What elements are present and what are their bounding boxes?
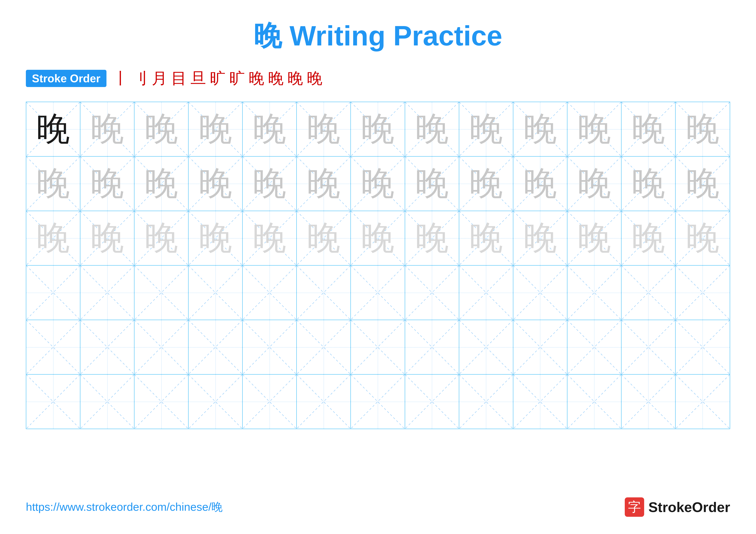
grid-cell[interactable]: 晚 (297, 211, 351, 265)
svg-line-135 (134, 375, 188, 429)
grid-cell[interactable] (26, 266, 80, 320)
grid-cell[interactable]: 晚 (134, 211, 189, 265)
stroke-step-0: 丨 (113, 68, 128, 89)
grid-cell[interactable]: 晚 (243, 157, 297, 211)
grid-cell[interactable] (297, 375, 351, 429)
grid-cell[interactable] (80, 375, 134, 429)
grid-cell[interactable]: 晚 (26, 157, 80, 211)
grid-cell[interactable]: 晚 (351, 102, 405, 156)
char-light: 晚 (578, 167, 611, 200)
grid-cell[interactable]: 晚 (676, 102, 730, 156)
logo-text: StrokeOrder (648, 499, 730, 515)
grid-cell[interactable]: 晚 (26, 211, 80, 265)
grid-cell[interactable] (459, 320, 513, 374)
grid-cell[interactable] (26, 375, 80, 429)
grid-cell[interactable] (513, 266, 567, 320)
svg-line-113 (243, 320, 296, 374)
grid-cell[interactable] (351, 320, 405, 374)
grid-cell[interactable] (243, 266, 297, 320)
grid-cell[interactable] (134, 320, 189, 374)
grid-cell[interactable] (405, 266, 459, 320)
grid-cell[interactable] (513, 375, 567, 429)
grid-cell[interactable]: 晚 (405, 157, 459, 211)
grid-cell[interactable]: 晚 (297, 102, 351, 156)
grid-cell[interactable] (567, 320, 622, 374)
grid-cell[interactable] (405, 320, 459, 374)
grid-cell[interactable] (189, 320, 243, 374)
grid-cell[interactable]: 晚 (189, 102, 243, 156)
grid-cell[interactable] (189, 266, 243, 320)
svg-line-141 (297, 375, 350, 429)
grid-cell[interactable]: 晚 (459, 211, 513, 265)
grid-cell[interactable]: 晚 (622, 211, 676, 265)
grid-cell[interactable] (26, 320, 80, 374)
grid-cell[interactable] (676, 320, 730, 374)
svg-line-130 (26, 375, 80, 429)
stroke-step-1: 刂 (132, 68, 148, 89)
grid-cell[interactable] (80, 320, 134, 374)
stroke-sequence: 丨刂月目旦旷旷晚晚晚晚 (113, 68, 322, 89)
grid-cell[interactable]: 晚 (189, 157, 243, 211)
page: 晚 Writing Practice Stroke Order 丨刂月目旦旷旷晚… (0, 0, 756, 534)
grid-cell[interactable]: 晚 (622, 102, 676, 156)
grid-cell[interactable] (405, 375, 459, 429)
grid-cell[interactable]: 晚 (243, 102, 297, 156)
grid-cell[interactable]: 晚 (459, 157, 513, 211)
grid-cell[interactable]: 晚 (459, 102, 513, 156)
grid-cell[interactable]: 晚 (622, 157, 676, 211)
svg-line-115 (297, 320, 350, 374)
grid-cell[interactable]: 晚 (189, 211, 243, 265)
svg-line-145 (405, 375, 459, 429)
svg-line-86 (243, 266, 296, 320)
svg-line-78 (26, 266, 80, 320)
grid-cell[interactable] (622, 320, 676, 374)
grid-cell[interactable]: 晚 (513, 102, 567, 156)
grid-cell[interactable]: 晚 (351, 157, 405, 211)
grid-cell[interactable]: 晚 (134, 102, 189, 156)
svg-line-117 (351, 320, 405, 374)
svg-line-94 (459, 266, 513, 320)
grid-cell[interactable] (243, 375, 297, 429)
grid-cell[interactable]: 晚 (80, 157, 134, 211)
grid-cell[interactable] (351, 375, 405, 429)
grid-cell[interactable]: 晚 (513, 157, 567, 211)
grid-cell[interactable] (459, 266, 513, 320)
grid-cell[interactable]: 晚 (351, 211, 405, 265)
svg-line-142 (351, 375, 405, 429)
grid-cell[interactable] (459, 375, 513, 429)
grid-cell[interactable] (134, 266, 189, 320)
grid-cell[interactable]: 晚 (676, 157, 730, 211)
grid-cell[interactable] (676, 266, 730, 320)
grid-cell[interactable]: 晚 (567, 102, 622, 156)
svg-line-138 (243, 375, 296, 429)
grid-cell[interactable] (622, 266, 676, 320)
grid-cell[interactable] (567, 375, 622, 429)
grid-cell[interactable]: 晚 (134, 157, 189, 211)
grid-cell[interactable]: 晚 (243, 211, 297, 265)
grid-cell[interactable]: 晚 (676, 211, 730, 265)
grid-cell[interactable]: 晚 (405, 211, 459, 265)
grid-cell[interactable] (676, 375, 730, 429)
grid-cell[interactable] (567, 266, 622, 320)
grid-cell[interactable]: 晚 (567, 157, 622, 211)
grid-cell[interactable]: 晚 (405, 102, 459, 156)
grid-cell[interactable]: 晚 (80, 211, 134, 265)
grid-cell[interactable] (297, 266, 351, 320)
svg-line-80 (80, 266, 134, 320)
stroke-step-6: 旷 (229, 68, 245, 89)
grid-cell[interactable] (134, 375, 189, 429)
grid-cell[interactable] (243, 320, 297, 374)
grid-cell[interactable] (351, 266, 405, 320)
grid-cell[interactable]: 晚 (297, 157, 351, 211)
grid-cell[interactable]: 晚 (26, 102, 80, 156)
grid-cell[interactable]: 晚 (567, 211, 622, 265)
grid-cell[interactable]: 晚 (513, 211, 567, 265)
grid-cell[interactable] (189, 375, 243, 429)
grid-cell[interactable] (80, 266, 134, 320)
grid-cell[interactable] (622, 375, 676, 429)
grid-cell[interactable]: 晚 (80, 102, 134, 156)
grid-cell[interactable] (513, 320, 567, 374)
grid-cell[interactable] (297, 320, 351, 374)
svg-line-105 (26, 320, 80, 374)
svg-line-151 (567, 375, 621, 429)
